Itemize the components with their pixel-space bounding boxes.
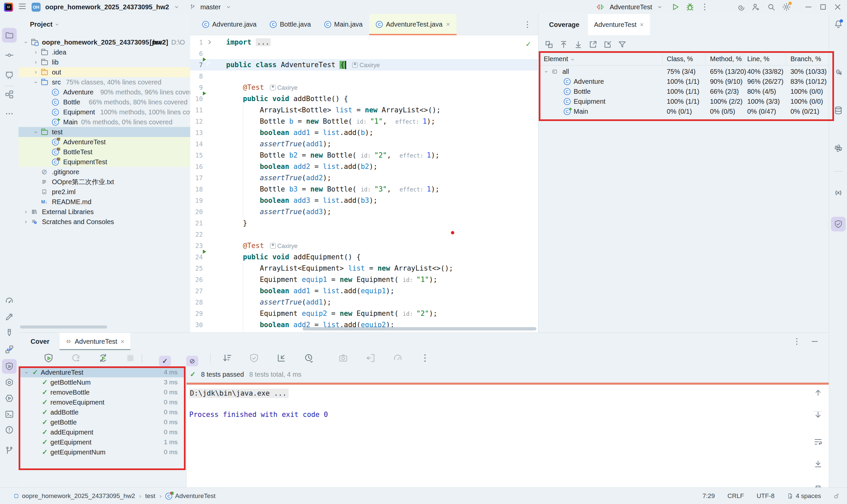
- run-window-title[interactable]: Cover: [19, 333, 59, 350]
- ai-assistant-icon[interactable]: [736, 2, 745, 12]
- tree-item-.idea[interactable]: .idea: [19, 47, 190, 57]
- chevron-down-icon[interactable]: [544, 69, 549, 74]
- activity-github-pull-requests[interactable]: [2, 68, 17, 83]
- editor-tab-close-icon[interactable]: ×: [446, 21, 450, 28]
- line-number[interactable]: 13: [190, 127, 203, 138]
- column-header-Branch[interactable]: Branch, %: [791, 55, 821, 63]
- line-number[interactable]: 8: [190, 71, 203, 82]
- line-number[interactable]: 16: [190, 161, 203, 172]
- run-tab[interactable]: AdventureTest ×: [59, 333, 131, 350]
- caret-position-widget[interactable]: 7:29: [703, 492, 715, 500]
- test-case-getBottleNum[interactable]: ✓getBottleNum3 ms: [19, 377, 185, 387]
- activity-structure[interactable]: [2, 87, 17, 102]
- inspections-ok-icon[interactable]: ✓: [526, 39, 531, 49]
- line-number[interactable]: 21: [190, 217, 203, 229]
- editor-hscrollbar[interactable]: [303, 327, 536, 330]
- chevron-down-icon[interactable]: [33, 80, 38, 85]
- indent-widget[interactable]: 4 spaces: [787, 492, 821, 500]
- line-number[interactable]: 30: [190, 319, 203, 330]
- activity-services[interactable]: [2, 391, 17, 406]
- tree-item-ScratchesandConsoles[interactable]: Scratches and Consoles: [19, 217, 190, 227]
- project-panel-chevron-icon[interactable]: [55, 22, 59, 27]
- column-header-Element[interactable]: Element: [544, 55, 575, 63]
- project-hscrollbar[interactable]: [20, 325, 107, 328]
- activity-problems[interactable]: [2, 422, 17, 437]
- test-root-AdventureTest[interactable]: ✓AdventureTest4 ms: [19, 367, 185, 377]
- project-name[interactable]: oopre_homework_2025_24373095_hw2: [45, 3, 169, 11]
- settings-icon[interactable]: [782, 2, 791, 12]
- line-number[interactable]: 7: [190, 59, 203, 71]
- tree-item-OOpre.txt[interactable]: OOpre第二次作业.txt: [19, 177, 190, 187]
- activity-notifications[interactable]: [831, 17, 846, 31]
- tree-item-pre2.iml[interactable]: pre2.iml: [19, 187, 190, 197]
- coverage-row-Adventure[interactable]: CAdventure100% (1/1)90% (9/10)96% (26/27…: [538, 76, 829, 87]
- line-number[interactable]: 12: [190, 116, 203, 127]
- activity-project-folder[interactable]: [2, 28, 17, 42]
- filter-icon[interactable]: [617, 40, 627, 49]
- rerun-failed-icon[interactable]: [70, 353, 82, 363]
- tree-item-README.md[interactable]: M↓README.md: [19, 197, 190, 207]
- import-results-icon[interactable]: [275, 353, 287, 363]
- coverage-gutter-icon[interactable]: [205, 61, 214, 69]
- tree-item-Bottle[interactable]: CBottle66% methods, 80% lines covered: [19, 97, 190, 107]
- branch-name[interactable]: master: [200, 3, 220, 11]
- export-icon[interactable]: [364, 353, 376, 363]
- activity-ai-chat[interactable]: [831, 64, 846, 79]
- activity-terminal[interactable]: [2, 407, 17, 421]
- chevron-right-icon[interactable]: [23, 210, 28, 214]
- line-number[interactable]: 23: [190, 240, 203, 251]
- menu-icon[interactable]: [18, 2, 27, 11]
- rerun-coverage-icon[interactable]: [42, 353, 55, 363]
- close-window-button[interactable]: [830, 1, 845, 13]
- profile-icon[interactable]: [392, 353, 404, 363]
- breadcrumb-test[interactable]: test: [145, 492, 156, 500]
- line-number[interactable]: 24: [190, 251, 203, 263]
- test-case-removeBottle[interactable]: ✓removeBottle0 ms: [19, 387, 185, 397]
- more-icon[interactable]: [419, 353, 431, 363]
- tree-item-ExternalLibraries[interactable]: External Libraries: [19, 207, 190, 217]
- line-number[interactable]: 26: [190, 274, 203, 285]
- line-number[interactable]: 14: [190, 138, 203, 150]
- tree-item-.gitignore[interactable]: ⊘.gitignore: [19, 167, 190, 177]
- coverage-gutter-icon[interactable]: [205, 253, 214, 261]
- branch-chevron-icon[interactable]: [226, 4, 232, 10]
- navigate-down-icon[interactable]: [574, 40, 583, 49]
- tree-item-Adventure[interactable]: CAdventure90% methods, 96% lines covered: [19, 87, 190, 97]
- sort-by-duration-icon[interactable]: [221, 353, 233, 363]
- line-number[interactable]: 15: [190, 150, 203, 161]
- line-number[interactable]: 6: [190, 48, 203, 59]
- chevron-right-icon[interactable]: [23, 219, 28, 224]
- tree-item-EquipmentTest[interactable]: CEquipmentTest: [19, 157, 190, 167]
- chevron-up-icon[interactable]: [570, 57, 575, 62]
- chevron-right-icon[interactable]: [33, 70, 38, 75]
- line-number[interactable]: 11: [190, 104, 203, 116]
- chevron-right-icon[interactable]: [33, 60, 38, 65]
- test-case-addEquipment[interactable]: ✓addEquipment0 ms: [19, 427, 185, 437]
- soft-wrap-icon[interactable]: [813, 437, 823, 447]
- test-case-removeEquipment[interactable]: ✓removeEquipment0 ms: [19, 397, 185, 407]
- line-number[interactable]: 27: [190, 285, 203, 296]
- activity-profiler[interactable]: [2, 293, 17, 308]
- coverage-row-all[interactable]: all75% (3/4)65% (13/20)40% (33/82)30% (1…: [538, 67, 829, 76]
- activity-variables[interactable]: (x): [831, 185, 846, 199]
- search-icon[interactable]: [767, 2, 776, 12]
- project-avatar[interactable]: OH: [32, 3, 40, 12]
- line-number[interactable]: 18: [190, 183, 203, 195]
- export-report-icon[interactable]: [588, 40, 598, 49]
- column-header-Line[interactable]: Line, %: [747, 55, 770, 63]
- line-number[interactable]: 1: [190, 37, 203, 48]
- tree-item-test[interactable]: test: [19, 127, 190, 137]
- activity-more-horizontal[interactable]: [2, 106, 17, 121]
- code-editor[interactable]: 1import ...67public class AdventureTest …: [190, 35, 538, 332]
- activity-python-packages[interactable]: [2, 375, 17, 390]
- scroll-end-icon[interactable]: [813, 460, 823, 469]
- editor-tab-Adventure.java[interactable]: CAdventure.java: [196, 14, 263, 35]
- coverage-gutter-icon[interactable]: [205, 95, 214, 103]
- run-window-hide-icon[interactable]: [810, 337, 819, 346]
- line-number[interactable]: 20: [190, 206, 203, 217]
- activity-coverage-shield[interactable]: [831, 217, 846, 231]
- line-number[interactable]: 19: [190, 195, 203, 206]
- show-ignored-icon[interactable]: ⊘: [186, 356, 198, 366]
- chevron-right-icon[interactable]: [33, 50, 38, 55]
- flatten-packages-icon[interactable]: [544, 40, 554, 49]
